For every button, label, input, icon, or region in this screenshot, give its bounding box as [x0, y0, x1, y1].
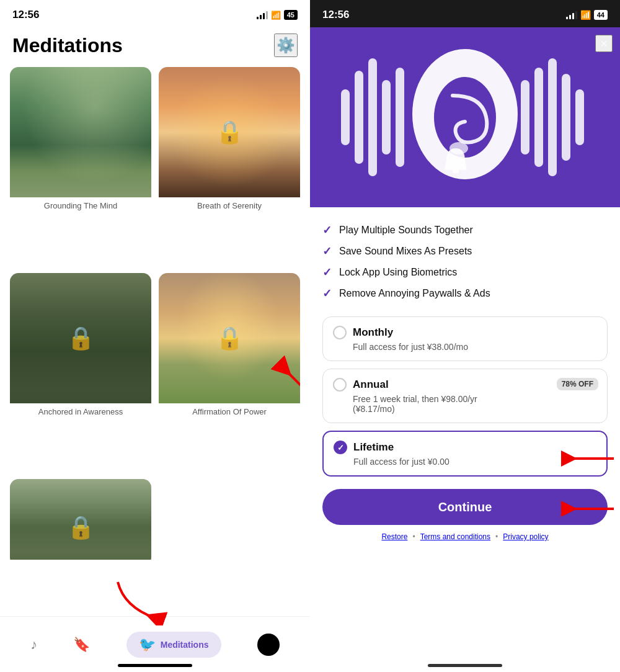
card-image-1 — [10, 67, 151, 197]
svg-rect-14 — [575, 89, 584, 145]
restore-link[interactable]: Restore — [381, 532, 407, 541]
plan-desc-monthly: Full access for just ¥38.00/mo — [333, 342, 597, 352]
svg-rect-12 — [548, 58, 557, 176]
nav-item-bookmark[interactable]: 🔖 — [73, 637, 90, 653]
status-icons-right: 📶 44 — [566, 10, 608, 20]
plan-name-lifetime: Lifetime — [353, 441, 394, 454]
terms-link[interactable]: Terms and conditions — [420, 532, 490, 541]
meditation-card-1[interactable]: Grounding The Mind — [10, 67, 151, 266]
status-time-left: 12:56 — [12, 9, 39, 21]
bird-icon: 🐦 — [139, 637, 156, 653]
feature-item-3: ✓ Remove Annoying Paywalls & Ads — [322, 283, 608, 304]
svg-rect-13 — [562, 74, 570, 161]
plan-name-monthly: Monthly — [353, 326, 393, 339]
nav-item-meditations[interactable]: 🐦 Meditations — [126, 632, 221, 658]
svg-rect-11 — [534, 68, 543, 167]
plan-card-lifetime[interactable]: Lifetime Full access for just ¥0.00 — [322, 431, 608, 477]
plan-card-annual[interactable]: 78% OFF Annual Free 1 week trial, then ¥… — [322, 369, 608, 423]
status-time-right: 12:56 — [322, 9, 349, 21]
bookmark-icon: 🔖 — [73, 637, 90, 653]
feature-item-1: ✓ Save Sound Mixes As Presets — [322, 241, 608, 262]
card-image-5: 🔒 — [10, 479, 151, 560]
close-button[interactable]: × — [595, 35, 613, 52]
wifi-icon-left: 📶 — [271, 11, 281, 20]
separator-1: • — [412, 532, 415, 541]
card-image-2: 🔒 — [159, 67, 300, 197]
red-arrow-card4 — [250, 335, 300, 410]
plan-header-monthly: Monthly — [333, 326, 597, 339]
lock-icon-4: 🔒 — [216, 325, 244, 351]
plan-header-lifetime: Lifetime — [334, 441, 596, 454]
privacy-link[interactable]: Privacy policy — [503, 532, 548, 541]
wifi-icon-right: 📶 — [580, 10, 591, 20]
nav-item-profile[interactable] — [257, 634, 280, 656]
nav-item-music[interactable]: ♪ — [30, 637, 37, 653]
lock-icon-5: 🔒 — [67, 514, 95, 540]
card-image-3: 🔒 — [10, 273, 151, 403]
svg-rect-10 — [521, 80, 529, 155]
svg-rect-9 — [453, 170, 459, 173]
feature-list: ✓ Play Multiple Sounds Together ✓ Save S… — [322, 220, 608, 304]
feature-text-2: Lock App Using Biometrics — [339, 267, 457, 278]
battery-left: 45 — [284, 10, 298, 20]
plan-desc-annual: Free 1 week trial, then ¥98.00/yr(¥8.17/… — [333, 394, 597, 414]
hero-banner: × — [310, 27, 620, 207]
svg-rect-1 — [341, 89, 350, 145]
check-icon-3: ✓ — [322, 287, 332, 300]
svg-line-0 — [285, 369, 300, 397]
plan-desc-lifetime: Full access for just ¥0.00 — [334, 457, 596, 467]
check-icon-0: ✓ — [322, 223, 332, 237]
meditation-card-5[interactable]: 🔒 — [10, 479, 151, 566]
plan-card-monthly[interactable]: Monthly Full access for just ¥38.00/mo — [322, 316, 608, 361]
svg-rect-3 — [368, 58, 377, 176]
check-icon-1: ✓ — [322, 244, 332, 258]
radio-annual — [333, 378, 347, 392]
lock-icon-2: 🔒 — [216, 119, 244, 145]
feature-text-1: Save Sound Mixes As Presets — [339, 246, 472, 257]
feature-text-3: Remove Annoying Paywalls & Ads — [339, 288, 490, 299]
plan-lifetime-wrapper: Lifetime Full access for just ¥0.00 — [322, 431, 608, 477]
feature-text-0: Play Multiple Sounds Together — [339, 225, 473, 236]
home-indicator-left — [118, 664, 192, 667]
meditation-grid: Grounding The Mind 🔒 Breath of Serenity … — [0, 67, 310, 616]
page-title: Meditations — [12, 34, 123, 57]
signal-icon-right — [566, 11, 577, 19]
meditation-card-4[interactable]: 🔒 Affirmation Of Power — [159, 273, 300, 472]
radio-monthly — [333, 326, 347, 339]
card-label-4: Affirmation Of Power — [159, 403, 300, 421]
feature-item-2: ✓ Lock App Using Biometrics — [322, 262, 608, 283]
status-icons-left: 📶 45 — [257, 10, 298, 20]
nav-meditations-label: Meditations — [161, 640, 209, 650]
feature-item-0: ✓ Play Multiple Sounds Together — [322, 220, 608, 241]
lock-icon-3: 🔒 — [67, 325, 95, 351]
card-label-1: Grounding The Mind — [10, 197, 151, 215]
status-bar-right: 12:56 📶 44 — [310, 0, 620, 27]
settings-button[interactable]: ⚙️ — [274, 34, 298, 57]
card-label-3: Anchored in Awareness — [10, 403, 151, 421]
bottom-nav: ♪ 🔖 🐦 Meditations — [0, 616, 310, 672]
battery-right: 44 — [594, 10, 608, 20]
left-header: Meditations ⚙️ — [0, 27, 310, 67]
radio-lifetime — [334, 441, 347, 454]
continue-wrapper: Continue — [322, 484, 608, 532]
card-label-2: Breath of Serenity — [159, 197, 300, 215]
svg-rect-2 — [355, 71, 363, 164]
music-icon: ♪ — [30, 637, 37, 653]
separator-2: • — [495, 532, 498, 541]
signal-icon-left — [257, 11, 268, 19]
left-panel: 12:56 📶 45 Meditations ⚙️ Grounding The … — [0, 0, 310, 672]
status-bar-left: 12:56 📶 45 — [0, 0, 310, 27]
right-content: ✓ Play Multiple Sounds Together ✓ Save S… — [310, 207, 620, 672]
plan-name-annual: Annual — [353, 379, 389, 391]
meditation-card-3[interactable]: 🔒 Anchored in Awareness — [10, 273, 151, 472]
card-image-4: 🔒 — [159, 273, 300, 403]
check-icon-2: ✓ — [322, 266, 332, 279]
home-indicator-right — [428, 664, 502, 667]
discount-badge-annual: 78% OFF — [557, 378, 598, 390]
profile-dot — [257, 634, 280, 656]
right-panel: 12:56 📶 44 × — [310, 0, 620, 672]
continue-button[interactable]: Continue — [322, 489, 608, 525]
hero-graphic — [335, 40, 595, 195]
meditation-card-2[interactable]: 🔒 Breath of Serenity — [159, 67, 300, 266]
svg-rect-5 — [396, 68, 404, 167]
